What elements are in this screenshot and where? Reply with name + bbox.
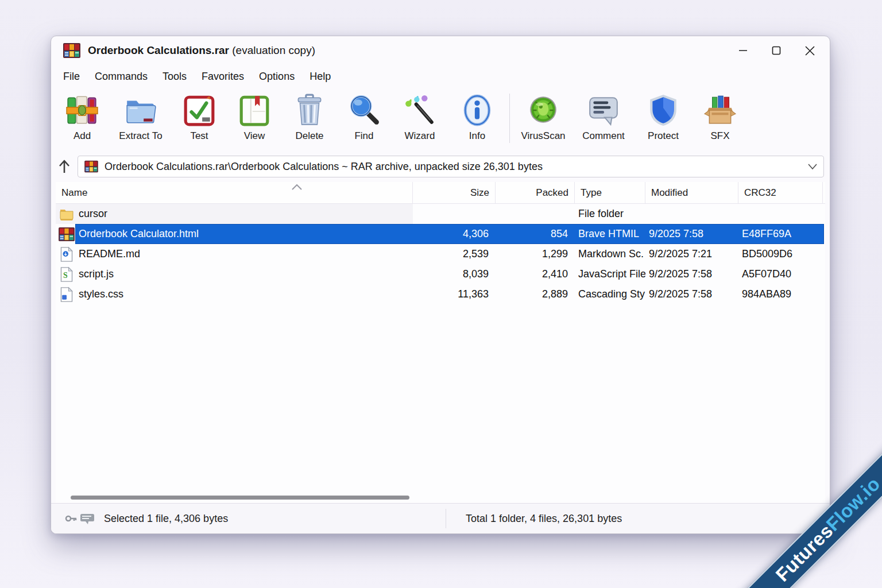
file-row-orderbook-calculator[interactable]: Orderbook Calculator.html 4,306 854 Brav… — [56, 224, 825, 244]
markdown-file-icon — [58, 246, 75, 263]
file-packed — [496, 204, 575, 224]
file-packed: 1,299 — [496, 244, 575, 264]
file-crc32: 984ABA89 — [738, 284, 823, 304]
delete-trash-icon — [292, 92, 327, 128]
file-type: Brave HTMIL — [575, 224, 645, 244]
find-button[interactable]: Find — [337, 90, 391, 150]
file-modified: 9/2/2025 7:58 — [645, 284, 738, 304]
address-bar[interactable]: Orderbook Calculations.rar\Orderbook Cal… — [78, 156, 824, 177]
file-row-readme[interactable]: README.md 2,539 1,299 Markdown Sc. 9/2/2… — [56, 244, 825, 264]
sort-ascending-icon — [290, 184, 304, 191]
add-label: Add — [74, 130, 91, 142]
up-arrow-icon — [57, 159, 71, 174]
menu-tools[interactable]: Tools — [155, 65, 194, 88]
delete-label: Delete — [295, 130, 323, 142]
js-file-icon: S — [58, 266, 75, 283]
virusscan-label: VirusScan — [521, 130, 565, 142]
minimize-icon — [738, 46, 748, 55]
info-label: Info — [469, 130, 485, 142]
rar-archive-icon — [84, 160, 99, 173]
close-icon — [805, 46, 815, 56]
window-title-filename: Orderbook Calculations.rar — [88, 44, 229, 56]
status-icons — [65, 512, 95, 525]
view-button[interactable]: View — [227, 90, 282, 150]
toolbar: Add Extract To — [51, 88, 830, 152]
find-label: Find — [354, 130, 373, 142]
file-modified: 9/2025 7:58 — [645, 224, 738, 244]
winrar-window: Orderbook Calculations.rar (evaluation c… — [51, 36, 830, 534]
column-header-modified[interactable]: Modified — [645, 182, 738, 203]
file-crc32 — [738, 204, 823, 224]
file-crc32: E48FF69A — [738, 224, 823, 244]
maximize-button[interactable] — [760, 38, 793, 63]
file-packed: 854 — [496, 224, 575, 244]
menu-favorites[interactable]: Favorites — [194, 65, 252, 88]
test-checkmark-icon — [181, 92, 217, 128]
view-book-icon — [237, 92, 272, 128]
close-button[interactable] — [793, 38, 826, 63]
file-modified: 9/2/2025 7:21 — [645, 244, 738, 264]
list-header: Name Size Packed Type Modified CRC32 — [56, 182, 825, 204]
status-bar: Selected 1 file, 4,306 bytes Total 1 fol… — [51, 503, 830, 533]
virusscan-icon — [525, 92, 561, 128]
sfx-button[interactable]: SFX — [693, 90, 748, 150]
wizard-label: Wizard — [405, 130, 435, 142]
column-header-name[interactable]: Name — [56, 182, 413, 203]
find-magnifier-icon — [346, 92, 382, 128]
sfx-box-icon — [702, 92, 738, 128]
wizard-button[interactable]: Wizard — [391, 90, 448, 150]
delete-button[interactable]: Delete — [282, 90, 337, 150]
virusscan-button[interactable]: VirusScan — [513, 90, 573, 150]
list-body: cursor File folder Orderbook Calculator.… — [56, 204, 825, 503]
info-icon — [459, 92, 495, 128]
add-button[interactable]: Add — [55, 90, 110, 150]
minimize-button[interactable] — [726, 38, 760, 63]
file-packed: 2,410 — [496, 264, 575, 284]
protect-button[interactable]: Protect — [634, 90, 693, 150]
file-name: cursor — [79, 208, 107, 220]
file-size: 2,539 — [413, 244, 496, 264]
test-label: Test — [190, 130, 208, 142]
up-directory-button[interactable] — [51, 155, 78, 178]
archive-path: Orderbook Calculations.rar\Orderbook Cal… — [105, 161, 803, 173]
file-modified: 9/2/2025 7:58 — [645, 264, 738, 284]
column-header-packed[interactable]: Packed — [496, 182, 575, 203]
column-header-crc32[interactable]: CRC32 — [738, 182, 823, 203]
file-type: Cascading Sty — [575, 284, 645, 304]
comment-bubble-icon — [586, 92, 621, 128]
menu-commands[interactable]: Commands — [87, 65, 155, 88]
file-row-styles[interactable]: styles.css 11,363 2,889 Cascading Sty 9/… — [56, 284, 825, 304]
sfx-label: SFX — [710, 130, 729, 142]
title-bar: Orderbook Calculations.rar (evaluation c… — [51, 36, 830, 65]
rar-file-icon — [58, 226, 75, 243]
file-size: 11,363 — [413, 284, 496, 304]
file-type: File folder — [575, 204, 645, 224]
info-button[interactable]: Info — [448, 90, 506, 150]
chevron-down-icon[interactable] — [807, 163, 818, 170]
file-row-cursor[interactable]: cursor File folder — [56, 204, 825, 224]
wizard-wand-icon — [402, 92, 438, 128]
selection-summary: Selected 1 file, 4,306 bytes — [104, 513, 228, 525]
file-type: Markdown Sc. — [575, 244, 645, 264]
horizontal-scrollbar[interactable] — [71, 496, 409, 500]
file-name: README.md — [79, 248, 140, 260]
file-row-script[interactable]: S script.js 8,039 2,410 JavaScript File … — [56, 264, 825, 284]
menu-help[interactable]: Help — [302, 65, 338, 88]
maximize-icon — [772, 46, 781, 55]
test-button[interactable]: Test — [172, 90, 227, 150]
file-size: 8,039 — [413, 264, 496, 284]
column-header-size[interactable]: Size — [413, 182, 496, 203]
file-name: styles.css — [79, 288, 123, 300]
css-file-icon — [58, 286, 75, 303]
winrar-app-icon — [63, 42, 81, 59]
extract-to-button[interactable]: Extract To — [110, 90, 172, 150]
menu-file[interactable]: File — [56, 65, 87, 88]
file-name: script.js — [79, 268, 114, 280]
file-name: Orderbook Calculator.html — [79, 228, 199, 240]
menu-options[interactable]: Options — [252, 65, 302, 88]
extract-to-label: Extract To — [119, 130, 162, 142]
window-title-suffix: (evaluation copy) — [229, 44, 315, 56]
comment-button[interactable]: Comment — [573, 90, 634, 150]
comment-status-icon — [80, 512, 95, 525]
column-header-type[interactable]: Type — [575, 182, 645, 203]
